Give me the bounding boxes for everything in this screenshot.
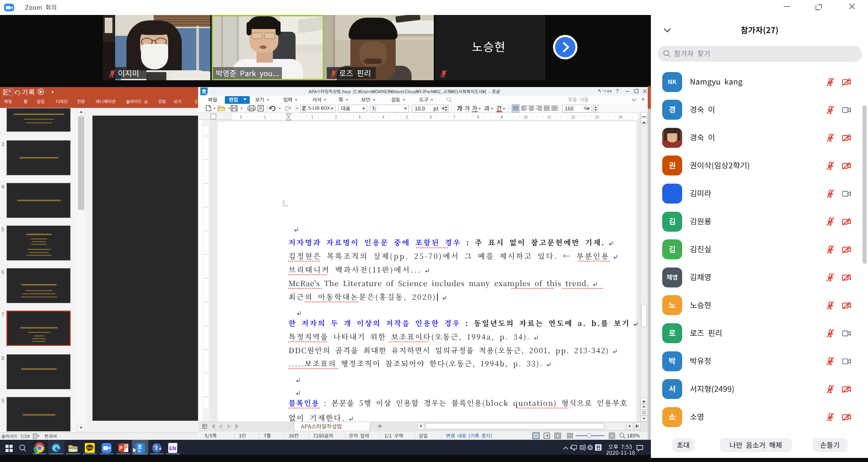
svg-text:2: 2 — [155, 445, 158, 451]
svg-text:EN: EN — [169, 446, 176, 451]
svg-text:P: P — [119, 445, 122, 451]
svg-text:TALK: TALK — [87, 447, 93, 449]
